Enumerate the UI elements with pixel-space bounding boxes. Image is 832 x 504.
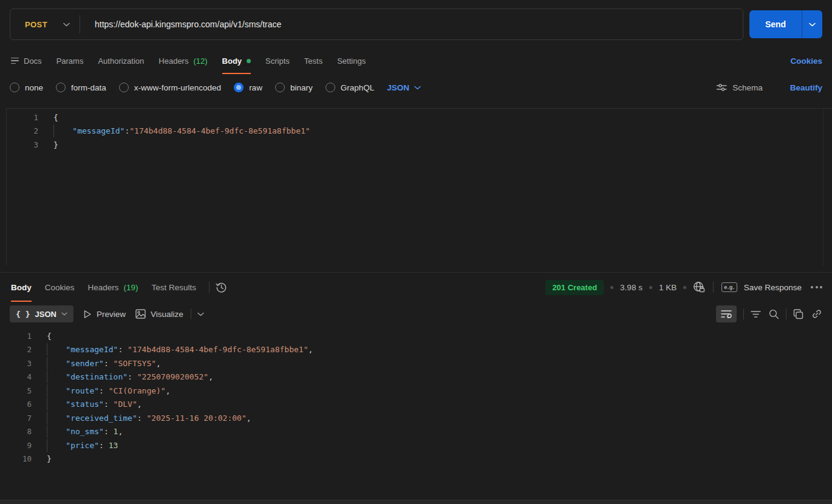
save-response-button[interactable]: Save Response bbox=[744, 283, 802, 292]
body-modified-dot-icon bbox=[247, 59, 251, 63]
url-input[interactable]: https://edok-api.kingsmspro.com/api/v1/s… bbox=[95, 19, 281, 29]
line-number: 5 bbox=[0, 386, 32, 395]
radio-icon bbox=[10, 83, 19, 92]
method-selector[interactable]: POST bbox=[10, 9, 80, 39]
language-selector[interactable]: JSON bbox=[387, 83, 421, 92]
response-format-selector[interactable]: { } JSON bbox=[10, 305, 73, 322]
link-button[interactable] bbox=[811, 308, 822, 319]
code-text: "route": "CI(Orange)", bbox=[47, 386, 171, 395]
link-icon bbox=[811, 308, 822, 319]
example-icon: e.g. bbox=[721, 282, 737, 292]
radio-icon bbox=[326, 83, 335, 92]
send-button[interactable]: Send bbox=[749, 10, 802, 38]
divider bbox=[786, 308, 786, 319]
search-button[interactable] bbox=[769, 309, 779, 319]
tab-label: Body bbox=[222, 56, 242, 66]
code-line: 3} bbox=[7, 138, 832, 152]
code-line: 9 "price": 13 bbox=[0, 438, 832, 452]
tab-label: Cookies bbox=[45, 283, 75, 292]
tab-settings[interactable]: Settings bbox=[330, 47, 373, 74]
code-line: 2 "messageId": "174b4d88-4584-4bef-9dfc-… bbox=[0, 343, 832, 357]
globe-lock-icon bbox=[693, 281, 705, 293]
line-number: 9 bbox=[0, 441, 32, 450]
format-options-button[interactable] bbox=[197, 312, 204, 316]
method-label: POST bbox=[25, 20, 47, 29]
request-body-editor[interactable]: 1{2 "messageId":"174b4d88-4584-4bef-9dfc… bbox=[6, 108, 832, 265]
code-line: 8 "no_sms": 1, bbox=[0, 425, 832, 439]
preview-button[interactable]: Preview bbox=[83, 310, 126, 319]
schema-button[interactable]: Schema bbox=[717, 83, 763, 92]
response-tab-test-results[interactable]: Test Results bbox=[145, 273, 203, 302]
docs-icon bbox=[11, 58, 19, 64]
line-number: 3 bbox=[0, 359, 32, 368]
language-label: JSON bbox=[387, 83, 409, 92]
response-body-viewer[interactable]: 1{2 "messageId": "174b4d88-4584-4bef-9df… bbox=[0, 326, 832, 466]
cookies-link[interactable]: Cookies bbox=[790, 56, 822, 66]
beautify-link[interactable]: Beautify bbox=[790, 83, 822, 92]
braces-icon: { } bbox=[16, 310, 30, 319]
body-type-graphql[interactable]: GraphQL bbox=[326, 83, 375, 92]
tab-authorization[interactable]: Authorization bbox=[90, 47, 151, 74]
body-type-raw[interactable]: raw bbox=[234, 83, 262, 92]
body-type-form-data[interactable]: form-data bbox=[56, 83, 106, 92]
code-text: "price": 13 bbox=[47, 441, 118, 450]
body-type-binary[interactable]: binary bbox=[275, 83, 313, 92]
filter-icon bbox=[751, 310, 761, 318]
line-number: 1 bbox=[0, 332, 32, 341]
tab-body[interactable]: Body bbox=[215, 47, 259, 74]
code-text: } bbox=[47, 454, 52, 463]
request-tabs: Docs Params Authorization Headers (12) B… bbox=[0, 47, 832, 74]
response-time: 3.98 s bbox=[620, 283, 643, 292]
response-history-button[interactable] bbox=[216, 282, 227, 293]
body-type-none[interactable]: none bbox=[10, 83, 43, 92]
line-number: 1 bbox=[7, 113, 38, 122]
send-options-button[interactable] bbox=[802, 10, 822, 38]
response-header: Body Cookies Headers (19) Test Results 2… bbox=[0, 273, 832, 302]
visualize-button[interactable]: Visualize bbox=[135, 309, 183, 319]
response-toolbar: { } JSON Preview Visualize bbox=[0, 302, 832, 326]
line-number: 2 bbox=[7, 126, 38, 135]
chevron-down-icon bbox=[61, 312, 67, 316]
tab-label: Headers bbox=[88, 283, 119, 292]
editor-scrollbar-gutter[interactable] bbox=[823, 109, 823, 265]
tab-tests[interactable]: Tests bbox=[297, 47, 330, 74]
code-line: 3 "sender": "SOFTSYS", bbox=[0, 356, 832, 370]
filter-button[interactable] bbox=[751, 310, 761, 318]
tab-params[interactable]: Params bbox=[49, 47, 91, 74]
tab-scripts[interactable]: Scripts bbox=[258, 47, 297, 74]
status-badge: 201 Created bbox=[545, 280, 604, 295]
tab-label: Test Results bbox=[152, 283, 197, 292]
schema-label: Schema bbox=[732, 83, 763, 92]
api-client-window: POST https://edok-api.kingsmspro.com/api… bbox=[0, 0, 832, 504]
word-wrap-toggle[interactable] bbox=[716, 305, 737, 322]
code-text: { bbox=[47, 332, 52, 341]
more-options-icon[interactable] bbox=[811, 286, 822, 288]
tab-headers[interactable]: Headers (12) bbox=[151, 47, 214, 74]
line-number: 3 bbox=[7, 140, 38, 149]
response-meta: 201 Created 3.98 s 1 KB e.g. Save Respon… bbox=[545, 280, 822, 295]
line-number: 2 bbox=[0, 345, 32, 354]
tab-label: Tests bbox=[304, 56, 322, 66]
code-line: 2 "messageId":"174b4d88-4584-4bef-9dfc-8… bbox=[7, 124, 832, 138]
line-number: 8 bbox=[0, 427, 32, 436]
copy-button[interactable] bbox=[793, 309, 803, 319]
chevron-down-icon bbox=[414, 86, 421, 90]
chevron-down-icon bbox=[197, 312, 204, 316]
response-tab-headers[interactable]: Headers (19) bbox=[81, 273, 145, 302]
response-tab-body[interactable]: Body bbox=[11, 273, 38, 302]
chevron-down-icon bbox=[63, 22, 70, 27]
divider bbox=[743, 308, 744, 319]
code-text: "messageId": "174b4d88-4584-4bef-9dfc-8e… bbox=[47, 345, 313, 354]
dot-separator-icon bbox=[610, 286, 613, 289]
radio-icon bbox=[275, 83, 285, 92]
url-container[interactable]: POST https://edok-api.kingsmspro.com/api… bbox=[10, 9, 743, 40]
tab-docs[interactable]: Docs bbox=[4, 47, 49, 74]
code-text: "sender": "SOFTSYS", bbox=[47, 359, 161, 368]
network-info-button[interactable] bbox=[693, 281, 705, 293]
line-number: 6 bbox=[0, 400, 32, 409]
body-type-x-www-form-urlencoded[interactable]: x-www-form-urlencoded bbox=[119, 83, 221, 92]
radio-label: form-data bbox=[71, 83, 106, 92]
response-headers-count: (19) bbox=[124, 283, 138, 292]
response-tab-cookies[interactable]: Cookies bbox=[38, 273, 81, 302]
tab-label: Body bbox=[11, 283, 32, 292]
